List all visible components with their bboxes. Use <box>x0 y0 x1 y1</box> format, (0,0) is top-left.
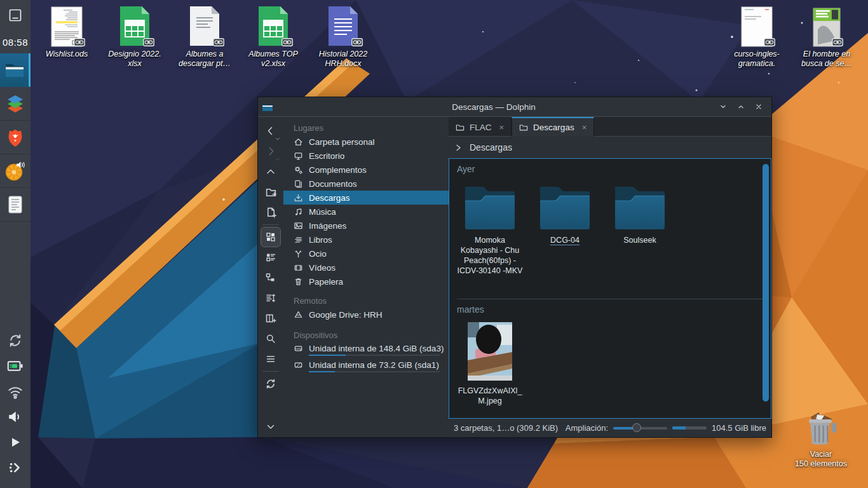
place-plugins[interactable]: Complementos <box>283 163 449 177</box>
tray-expander-icon[interactable] <box>0 455 31 480</box>
tab-descargas[interactable]: Descargas × <box>512 117 594 137</box>
window-app-icon <box>262 102 273 112</box>
devices-header: Dispositivos <box>283 329 449 342</box>
disk-usage-bar <box>309 371 440 372</box>
volume-icon[interactable] <box>0 404 31 430</box>
remotes-header: Remotos <box>283 295 449 308</box>
wifi-icon[interactable] <box>0 379 31 404</box>
place-desktop[interactable]: Escritorio <box>283 149 449 163</box>
tab-bar: FLAC × Descargas × <box>449 117 771 137</box>
group-header-martes: martes <box>457 304 763 316</box>
place-images[interactable]: Imágenes <box>283 219 449 233</box>
toolbar-overflow-button[interactable] <box>261 417 281 437</box>
desktop-icon-wishlist[interactable]: Wishlist.ods <box>33 4 100 59</box>
image-thumbnail <box>468 322 512 381</box>
place-music[interactable]: Música <box>283 205 449 219</box>
close-button[interactable] <box>750 99 768 114</box>
desktop-icon-albumes-top[interactable]: Albumes TOPv2.xlsx <box>240 4 307 69</box>
tab-close-icon[interactable]: × <box>582 123 587 132</box>
breadcrumb-location: Descargas <box>470 142 512 152</box>
free-space-bar <box>672 426 707 430</box>
taskbar-dolphin-active[interactable] <box>0 53 31 87</box>
image-item-flgv[interactable]: FLGVZdzXwAIXl_M.jpeg <box>457 322 523 406</box>
trash-action-label: Vaciar <box>786 450 856 459</box>
place-google-drive[interactable]: Google Drive: HRH <box>283 308 449 322</box>
trash-widget[interactable]: Vaciar 150 elementos <box>786 410 856 469</box>
window-icon[interactable] <box>0 0 31 30</box>
window-title: Descargas — Dolphin <box>273 102 714 112</box>
folder-icon <box>462 183 518 230</box>
group-separator <box>457 299 763 299</box>
trash-count-label: 150 elementos <box>786 459 856 469</box>
split-view-button[interactable] <box>261 308 281 329</box>
place-videos[interactable]: Vídeos <box>283 261 449 274</box>
zoom-slider-knob[interactable] <box>632 423 641 432</box>
place-books[interactable]: Libros <box>283 233 449 247</box>
icon-label: El hombre en <box>793 50 860 59</box>
google-drive-icon <box>294 310 303 320</box>
new-file-button[interactable] <box>261 202 281 222</box>
sort-button[interactable] <box>261 288 281 308</box>
taskbar-layers-app[interactable] <box>0 87 31 121</box>
forward-button[interactable] <box>261 141 281 161</box>
folder-item-momoka[interactable]: Momoka Kobayashi - Chu Peach(60fps) - IC… <box>457 183 523 276</box>
place-leisure[interactable]: Ocio <box>283 247 449 261</box>
documents-icon <box>294 179 303 189</box>
place-trash[interactable]: Papelera <box>283 274 449 288</box>
dolphin-folder-icon <box>4 62 25 78</box>
media-play-icon[interactable] <box>0 430 31 455</box>
icon-label: Historial 2022 <box>309 50 377 59</box>
link-emblem-icon <box>281 38 293 46</box>
link-emblem-icon <box>351 38 363 46</box>
sync-icon[interactable] <box>0 328 31 353</box>
battery-charging-icon[interactable] <box>0 353 31 379</box>
device-sda3[interactable]: Unidad interna de 148.4 GiB (sda3) <box>283 342 449 358</box>
details-view-button[interactable] <box>261 247 281 268</box>
folder-icon <box>456 123 465 132</box>
tree-view-button[interactable] <box>261 268 281 288</box>
place-documents[interactable]: Documentos <box>283 177 449 191</box>
layer-stack-icon <box>6 94 25 114</box>
desktop-icon-historial[interactable]: Historial 2022HRH.docx <box>309 4 377 69</box>
breadcrumb[interactable]: Descargas <box>449 137 771 158</box>
tab-close-icon[interactable]: × <box>499 123 505 132</box>
new-folder-button[interactable] <box>261 182 281 202</box>
places-header: Lugares <box>283 122 449 135</box>
clock[interactable]: 08:58 <box>0 30 31 53</box>
link-emblem-icon <box>832 38 843 46</box>
taskbar-clementine[interactable] <box>0 154 31 188</box>
taskbar-notes[interactable] <box>0 188 31 222</box>
minimize-button[interactable] <box>714 99 732 114</box>
icons-view-button[interactable] <box>261 227 281 247</box>
go-up-button[interactable] <box>261 161 281 182</box>
zoom-slider[interactable] <box>613 427 667 430</box>
folder-item-soulseek[interactable]: Soulseek <box>607 183 673 245</box>
free-space-label: 104.5 GiB libre <box>712 423 766 433</box>
desktop-icon-albumes-descargar[interactable]: Albumes adescargar pt… <box>171 4 238 69</box>
place-downloads[interactable]: Descargas <box>283 191 449 205</box>
tab-flac[interactable]: FLAC × <box>449 117 512 137</box>
titlebar[interactable]: Descargas — Dolphin <box>258 97 771 117</box>
trash-full-icon <box>802 410 840 447</box>
desktop-icon <box>294 151 303 161</box>
icon-label: Albumes a <box>171 50 238 59</box>
back-button[interactable] <box>261 121 281 141</box>
taskbar-panel: 08:58 <box>0 0 31 488</box>
refresh-button[interactable] <box>261 374 281 394</box>
device-sda1[interactable]: Unidad interna de 73.2 GiB (sda1) <box>283 358 449 375</box>
download-icon <box>294 193 303 203</box>
desktop-icon-el-hombre[interactable]: El hombre enbusca de se… <box>793 4 860 69</box>
place-home[interactable]: Carpeta personal <box>283 135 449 149</box>
slingshot-icon <box>294 249 303 259</box>
search-button[interactable] <box>261 329 281 349</box>
desktop-icon-curso-ingles[interactable]: curso-ingles-gramatica. <box>723 4 790 69</box>
folder-view[interactable]: Ayer Momoka Kobayashi - Chu Peach(60fps)… <box>449 158 771 419</box>
menu-button[interactable] <box>261 349 281 369</box>
folder-item-dcg04[interactable]: DCG-04 <box>532 183 598 245</box>
taskbar-brave[interactable] <box>0 121 31 154</box>
scrollbar-handle[interactable] <box>763 164 769 402</box>
music-note-icon <box>294 207 303 217</box>
folder-icon <box>612 183 668 230</box>
maximize-button[interactable] <box>732 99 750 114</box>
desktop-icon-designio[interactable]: Designio 2022.xlsx <box>101 4 168 69</box>
